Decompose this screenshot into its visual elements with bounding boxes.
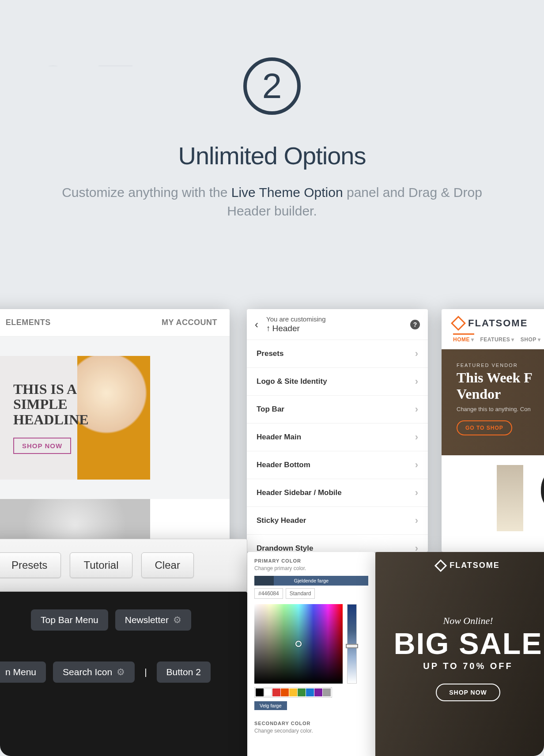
hero-subtitle: Customize anything with the Live Theme O… [0, 183, 544, 220]
secondary-color-label: SECONDARY COLOR [254, 721, 368, 726]
gear-icon: ⚙ [117, 667, 125, 677]
hex-input[interactable]: #446084 [254, 588, 283, 599]
swatch[interactable] [314, 688, 322, 696]
hero-eyebrow: FEATURED VENDOR [457, 363, 544, 368]
customiser-list: Presets› Logo & Site Identity› Top Bar› … [247, 340, 428, 552]
chevron-down-icon: ▾ [511, 336, 514, 343]
banner-headline: THIS IS A SIMPLE HEADLINE [13, 382, 137, 427]
hue-thumb[interactable] [346, 644, 358, 648]
big-sale-headline: BIG SALE [393, 628, 542, 658]
tutorial-button[interactable]: Tutorial [70, 552, 132, 578]
product-area [442, 455, 544, 541]
customiser-item-topbar[interactable]: Top Bar› [247, 396, 428, 423]
preview-hero: FEATURED VENDOR This Week F Vendor Chang… [442, 349, 544, 455]
color-spectrum[interactable] [254, 604, 343, 684]
hero-title: Unlimited Options [0, 141, 544, 170]
presets-toolbar: Presets Tutorial Clear [0, 539, 247, 592]
go-to-shop-button[interactable]: GO TO SHOP [457, 420, 512, 435]
shop-now-button[interactable]: SHOP NOW [436, 684, 500, 701]
swatch[interactable] [272, 688, 280, 696]
customiser-item-header-bottom[interactable]: Header Bottom› [247, 451, 428, 479]
nav-elements[interactable]: ELEMENTS [6, 318, 51, 327]
presets-button[interactable]: Presets [0, 552, 61, 578]
primary-color-desc: Change primary color. [254, 565, 368, 571]
swatch[interactable] [289, 688, 297, 696]
flatsome-preview-panel: FLATSOME Search HOME ▾ FEATURES ▾ SHOP ▾… [442, 309, 544, 552]
shop-now-button[interactable]: SHOP NOW [13, 438, 71, 454]
standard-button[interactable]: Standard [286, 588, 315, 599]
swatch[interactable] [306, 688, 314, 696]
chevron-right-icon: › [415, 543, 418, 552]
chevron-down-icon: ▾ [538, 336, 541, 343]
arm-image [497, 465, 523, 531]
chip-top-bar-menu[interactable]: Top Bar Menu [31, 609, 108, 631]
logo-mark-icon [434, 559, 447, 571]
discount-text: UP TO 70% OFF [423, 661, 513, 671]
nav-home[interactable]: HOME ▾ [453, 333, 474, 343]
arrow-up-icon: ↑ [266, 324, 271, 333]
secondary-color-desc: Change secondary color. [254, 728, 368, 734]
gear-icon: ⚙ [173, 615, 181, 625]
step-badge: 2 [243, 57, 301, 115]
chevron-right-icon: › [415, 376, 418, 387]
customiser-subtitle: You are customising [266, 315, 410, 323]
hue-slider[interactable] [347, 604, 357, 684]
customiser-panel: ‹ You are customising ↑ Header ? Presets… [247, 309, 428, 552]
chevron-right-icon: › [415, 515, 418, 526]
swatch[interactable] [281, 688, 289, 696]
now-online-text: Now Online! [443, 615, 493, 627]
back-button[interactable]: ‹ [255, 318, 266, 331]
customiser-item-presets[interactable]: Presets› [247, 340, 428, 368]
swatch[interactable] [256, 688, 264, 696]
customiser-item-logo[interactable]: Logo & Site Identity› [247, 368, 428, 396]
clear-button[interactable]: Clear [141, 552, 194, 578]
ninja-figure [541, 465, 544, 514]
chevron-right-icon: › [415, 487, 418, 499]
customiser-header: ‹ You are customising ↑ Header ? [247, 309, 428, 340]
logo-mark-icon [451, 316, 466, 331]
nav-features[interactable]: FEATURES ▾ [480, 336, 514, 343]
customiser-item-dropdown[interactable]: Drandown Style› [247, 535, 428, 552]
chevron-right-icon: › [415, 431, 418, 443]
flatsome-logo: FLATSOME [375, 561, 544, 570]
nav-my-account[interactable]: MY ACCOUNT [162, 318, 217, 327]
big-sale-panel: FLATSOME Now Online! BIG SALE UP TO 70% … [375, 552, 544, 756]
preview-nav: HOME ▾ FEATURES ▾ SHOP ▾ PAGES ▾ [442, 333, 544, 349]
current-color-bar: Gjeldende farge [254, 576, 368, 586]
chevron-right-icon: › [415, 404, 418, 415]
header-builder-panel: Top Bar Menu Newsletter⚙ n Menu Search I… [0, 592, 247, 756]
swatch[interactable] [323, 688, 331, 696]
chevron-down-icon: ▾ [471, 336, 474, 343]
color-picker-panel: PRIMARY COLOR Change primary color. Gjel… [247, 552, 375, 756]
hero-sub: Change this to anything. Con [457, 406, 544, 412]
customiser-item-sticky[interactable]: Sticky Header› [247, 507, 428, 535]
help-icon[interactable]: ? [410, 320, 420, 329]
chevron-right-icon: › [415, 459, 418, 471]
chip-button-2[interactable]: Button 2 [157, 662, 211, 683]
chip-newsletter[interactable]: Newsletter⚙ [115, 609, 191, 631]
customiser-item-header-main[interactable]: Header Main› [247, 423, 428, 451]
chevron-right-icon: › [415, 348, 418, 359]
swatch[interactable] [298, 688, 306, 696]
chip-search-icon[interactable]: Search Icon⚙ [53, 662, 135, 683]
swatch-row [254, 687, 332, 698]
chip-main-menu[interactable]: n Menu [0, 662, 46, 683]
customiser-title: ↑ Header [266, 324, 410, 333]
apply-color-button[interactable]: Velg farge [254, 701, 287, 710]
swatch[interactable] [264, 688, 272, 696]
hero-headline: This Week F Vendor [457, 370, 544, 402]
flatsome-logo: FLATSOME [453, 318, 528, 329]
nav-shop[interactable]: SHOP ▾ [521, 336, 541, 343]
primary-color-label: PRIMARY COLOR [254, 558, 368, 563]
chip-separator: | [142, 662, 149, 683]
customiser-item-header-sidebar[interactable]: Header Sidebar / Mobile› [247, 479, 428, 507]
banner-right: THIS IS A SIMPLE HEADLINE SHOP NOW [0, 356, 150, 480]
picker-ring[interactable] [295, 641, 302, 647]
